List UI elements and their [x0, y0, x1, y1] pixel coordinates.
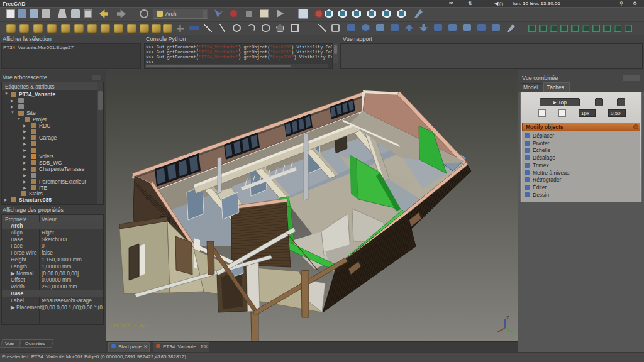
svg-text:Z: Z [506, 315, 509, 320]
